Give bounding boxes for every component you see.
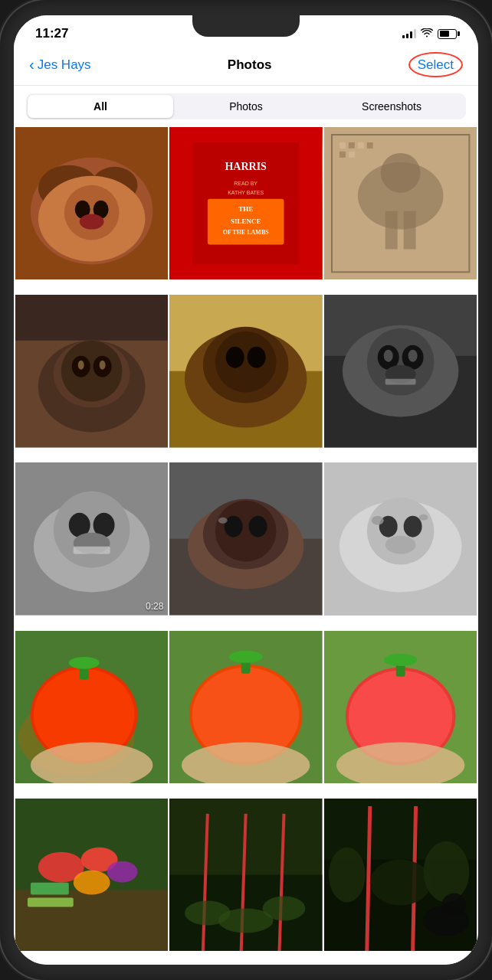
signal-icon bbox=[402, 29, 416, 38]
svg-point-53 bbox=[408, 350, 417, 362]
segment-screenshots[interactable]: Screenshots bbox=[319, 95, 464, 118]
svg-rect-22 bbox=[385, 211, 397, 250]
svg-text:KATHY BATES: KATHY BATES bbox=[228, 190, 264, 195]
svg-point-90 bbox=[229, 651, 263, 663]
svg-point-70 bbox=[218, 518, 228, 524]
svg-text:READ BY: READ BY bbox=[235, 181, 258, 186]
svg-point-114 bbox=[263, 896, 306, 920]
segment-control: All Photos Screenshots bbox=[26, 93, 466, 119]
video-duration: 0:28 bbox=[146, 601, 163, 612]
photo-cell[interactable]: 0:28 bbox=[15, 462, 168, 615]
svg-rect-25 bbox=[349, 142, 355, 149]
segment-all[interactable]: All bbox=[28, 95, 173, 118]
svg-point-58 bbox=[54, 492, 130, 568]
svg-point-49 bbox=[366, 328, 434, 396]
svg-point-8 bbox=[80, 214, 104, 230]
svg-rect-55 bbox=[385, 379, 415, 385]
svg-point-84 bbox=[69, 656, 100, 668]
svg-point-34 bbox=[61, 341, 123, 402]
svg-point-78 bbox=[418, 514, 428, 521]
svg-rect-62 bbox=[74, 547, 110, 554]
battery-icon bbox=[438, 29, 457, 39]
svg-point-77 bbox=[371, 516, 383, 525]
photo-cell[interactable] bbox=[15, 799, 168, 951]
svg-rect-28 bbox=[339, 152, 346, 158]
photo-cell[interactable] bbox=[324, 295, 477, 447]
svg-point-67 bbox=[215, 501, 277, 562]
photo-cell[interactable] bbox=[169, 462, 322, 615]
photo-cell[interactable]: HARRIS READ BY KATHY BATES THE SILENCE O… bbox=[169, 127, 322, 279]
svg-point-96 bbox=[383, 653, 417, 665]
page-title: Photos bbox=[228, 57, 272, 73]
svg-rect-29 bbox=[349, 152, 355, 158]
photo-cell[interactable] bbox=[324, 462, 477, 615]
notch bbox=[192, 15, 300, 37]
svg-point-102 bbox=[107, 861, 138, 883]
select-button[interactable]: Select bbox=[408, 52, 463, 77]
svg-text:SILENCE: SILENCE bbox=[231, 217, 261, 225]
svg-rect-104 bbox=[28, 897, 74, 906]
svg-text:THE: THE bbox=[238, 205, 253, 213]
svg-text:HARRIS: HARRIS bbox=[225, 161, 267, 172]
photo-cell[interactable] bbox=[15, 127, 168, 279]
phone-frame: 11:27 bbox=[0, 0, 492, 980]
svg-point-68 bbox=[225, 516, 243, 537]
svg-rect-26 bbox=[358, 142, 364, 149]
photo-cell[interactable] bbox=[324, 127, 477, 279]
svg-text:OF THE LAMBS: OF THE LAMBS bbox=[223, 229, 270, 236]
svg-point-44 bbox=[226, 347, 244, 368]
photo-grid: HARRIS READ BY KATHY BATES THE SILENCE O… bbox=[14, 127, 478, 965]
svg-point-45 bbox=[248, 347, 266, 368]
photo-cell[interactable] bbox=[169, 799, 322, 951]
photo-cell[interactable] bbox=[324, 799, 477, 951]
svg-point-21 bbox=[380, 153, 420, 193]
photo-cell[interactable] bbox=[15, 631, 168, 783]
svg-point-120 bbox=[369, 860, 431, 906]
segment-photos[interactable]: Photos bbox=[173, 95, 319, 118]
svg-point-52 bbox=[383, 350, 392, 362]
svg-point-119 bbox=[329, 848, 366, 903]
wifi-icon bbox=[421, 28, 433, 40]
svg-point-43 bbox=[215, 332, 277, 393]
phone-screen: 11:27 bbox=[14, 15, 478, 965]
back-button[interactable]: ‹ Jes Hays bbox=[29, 57, 91, 74]
svg-point-38 bbox=[100, 361, 106, 370]
status-icons bbox=[402, 28, 457, 40]
nav-bar: ‹ Jes Hays Photos Select bbox=[14, 47, 478, 86]
svg-point-5 bbox=[64, 185, 120, 240]
svg-point-121 bbox=[423, 841, 469, 903]
svg-point-76 bbox=[385, 536, 415, 554]
photo-cell[interactable] bbox=[169, 631, 322, 783]
svg-rect-23 bbox=[403, 211, 415, 250]
svg-point-105 bbox=[74, 870, 110, 894]
back-chevron-icon: ‹ bbox=[29, 56, 34, 74]
svg-rect-27 bbox=[366, 142, 372, 149]
photo-cell[interactable] bbox=[324, 631, 477, 783]
svg-point-73 bbox=[366, 498, 434, 565]
svg-point-75 bbox=[403, 516, 421, 537]
photo-cell[interactable] bbox=[169, 295, 322, 447]
photo-cell[interactable] bbox=[15, 295, 168, 447]
svg-point-37 bbox=[78, 361, 84, 370]
svg-rect-24 bbox=[339, 142, 346, 149]
status-time: 11:27 bbox=[35, 26, 68, 41]
svg-rect-103 bbox=[31, 882, 69, 894]
svg-point-69 bbox=[249, 516, 267, 537]
svg-point-123 bbox=[441, 893, 466, 917]
back-label: Jes Hays bbox=[38, 57, 91, 73]
